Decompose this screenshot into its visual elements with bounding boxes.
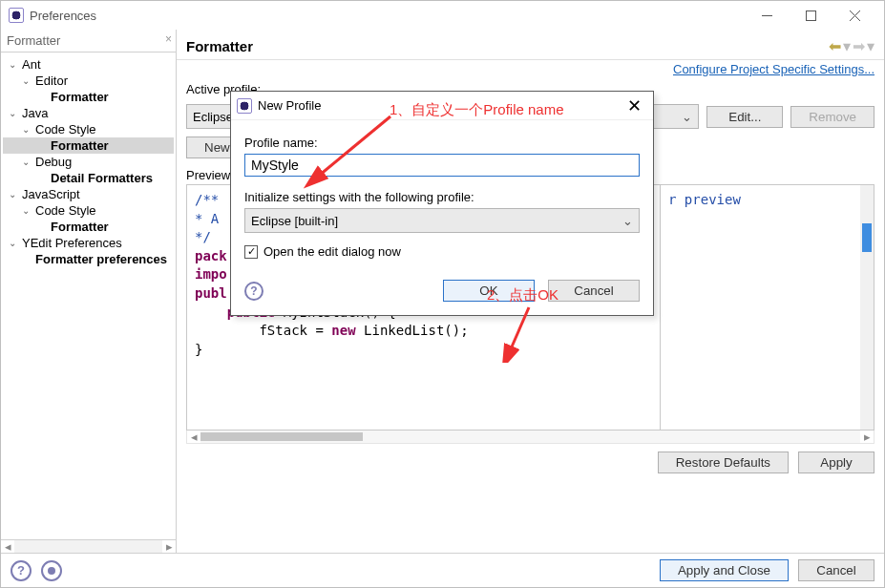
apply-and-close-button[interactable]: Apply and Close: [660, 559, 789, 581]
help-icon[interactable]: ?: [11, 560, 32, 581]
tree-item[interactable]: ⌄Code Style: [3, 202, 174, 219]
forward-icon[interactable]: ➡: [853, 37, 865, 55]
preferences-tree[interactable]: ⌄Ant⌄EditorFormatter⌄Java⌄Code StyleForm…: [1, 52, 176, 539]
open-edit-checkbox[interactable]: ✓ Open the edit dialog now: [244, 244, 640, 259]
svg-rect-0: [806, 10, 815, 20]
apply-button[interactable]: Apply: [798, 452, 874, 473]
restore-defaults-button[interactable]: Restore Defaults: [658, 452, 789, 473]
preview-horizontal-scrollbar[interactable]: ◂▸: [186, 430, 874, 444]
minimize-button[interactable]: [745, 1, 789, 30]
preview-code-right: r preview: [660, 185, 860, 430]
tree-item[interactable]: ⌄YEdit Preferences: [3, 235, 174, 251]
tree-item[interactable]: ⌄Java: [3, 105, 174, 121]
maximize-button[interactable]: [789, 1, 832, 30]
remove-button: Remove: [790, 106, 874, 128]
project-specific-link[interactable]: Configure Project Specific Settings...: [673, 62, 874, 76]
tree-item[interactable]: ⌄Ant: [3, 56, 174, 73]
eclipse-icon: [9, 8, 24, 23]
tree-item[interactable]: Formatter: [3, 89, 174, 105]
titlebar: Preferences: [1, 1, 884, 30]
tree-item[interactable]: ⌄Editor: [3, 73, 174, 89]
init-profile-dropdown[interactable]: Eclipse [built-in] ⌄: [244, 208, 640, 233]
tree-item[interactable]: Formatter: [3, 219, 174, 235]
clear-filter-icon[interactable]: ×: [165, 32, 172, 46]
dialog-cancel-button[interactable]: Cancel: [548, 280, 640, 302]
eclipse-icon: [237, 98, 252, 114]
chevron-down-icon: ⌄: [682, 110, 692, 124]
preview-vertical-scrollbar[interactable]: [860, 185, 874, 430]
filter-input[interactable]: [1, 30, 176, 52]
left-horizontal-scrollbar[interactable]: ◂▸: [1, 539, 176, 553]
tree-item[interactable]: ⌄Debug: [3, 154, 174, 170]
left-pane: × ⌄Ant⌄EditorFormatter⌄Java⌄Code StyleFo…: [1, 30, 177, 553]
tree-item[interactable]: ⌄JavaScript: [3, 186, 174, 202]
close-icon[interactable]: ✕: [622, 95, 647, 116]
profile-name-label: Profile name:: [244, 136, 640, 150]
edit-button[interactable]: Edit...: [706, 106, 783, 128]
nav-history: ⬅ ▾ ➡ ▾: [829, 37, 874, 55]
tree-item[interactable]: Formatter preferences: [3, 251, 174, 267]
bottom-bar: ? Apply and Close Cancel: [1, 553, 884, 587]
tree-item[interactable]: Formatter: [3, 137, 174, 154]
checkbox-icon: ✓: [244, 245, 258, 259]
back-icon[interactable]: ⬅: [829, 37, 841, 55]
help-icon[interactable]: ?: [244, 282, 263, 301]
profile-name-input[interactable]: [244, 154, 640, 177]
import-export-icon[interactable]: [41, 560, 62, 581]
close-button[interactable]: [832, 1, 876, 30]
window-title: Preferences: [24, 9, 96, 23]
dialog-title: New Profile: [252, 98, 321, 113]
filter-box: ×: [1, 30, 176, 52]
chevron-down-icon: ⌄: [622, 214, 633, 228]
ok-button[interactable]: OK: [443, 280, 535, 302]
page-title: Formatter: [186, 38, 829, 54]
cancel-button[interactable]: Cancel: [798, 559, 874, 581]
tree-item[interactable]: ⌄Code Style: [3, 121, 174, 137]
new-profile-dialog: New Profile ✕ Profile name: Initialize s…: [230, 91, 654, 316]
init-profile-label: Initialize settings with the following p…: [244, 190, 640, 204]
tree-item[interactable]: Detail Formatters: [3, 170, 174, 186]
